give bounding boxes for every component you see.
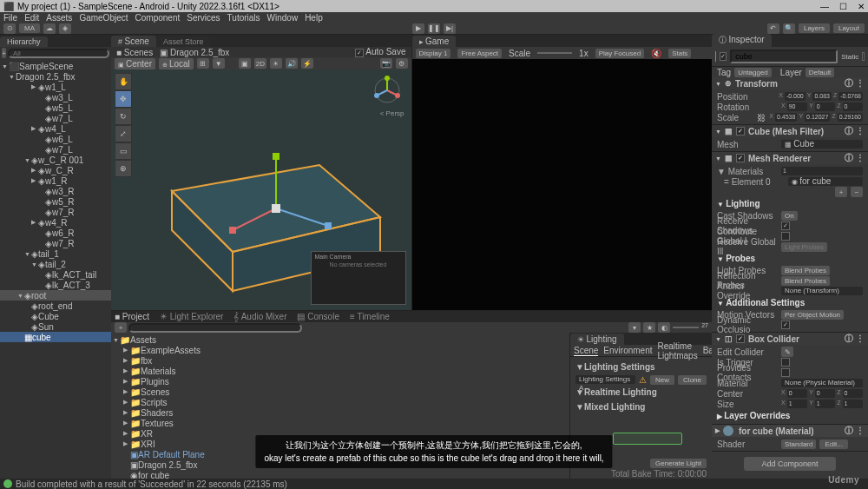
folder-item[interactable]: ▶📁 fbx bbox=[111, 355, 250, 366]
cloud-icon[interactable]: ☁ bbox=[43, 23, 56, 34]
game-play-focused[interactable]: Play Focused bbox=[595, 49, 644, 58]
tree-item[interactable]: ▶◈ w1_L bbox=[0, 82, 111, 92]
tree-item[interactable]: ▼◈ w_C_R 001 bbox=[0, 155, 111, 165]
scene-camera-icon[interactable]: 📷 bbox=[380, 58, 392, 69]
game-stats[interactable]: Stats bbox=[668, 49, 691, 58]
project-favorites-icon[interactable]: ★ bbox=[643, 322, 655, 333]
box-collider-header[interactable]: ▼◫ ✓ Box Colliderⓘ ⋮ bbox=[712, 333, 868, 345]
tab-audio-mixer[interactable]: 𝄞 Audio Mixer bbox=[233, 312, 286, 322]
tree-item[interactable]: ▶◈ w_C_R bbox=[0, 165, 111, 175]
transform-header[interactable]: ▼⊕ Transformⓘ ⋮ bbox=[712, 77, 868, 89]
contribute-gi-checkbox[interactable] bbox=[781, 232, 790, 241]
provides-contacts-checkbox[interactable] bbox=[781, 368, 790, 377]
layer-overrides-header[interactable]: ▶ Layer Overrides bbox=[717, 409, 863, 422]
lighting-section-header[interactable]: ▼ Lighting bbox=[717, 197, 863, 210]
scene-2d-toggle[interactable]: 2D bbox=[254, 58, 266, 69]
static-checkbox[interactable] bbox=[862, 52, 865, 61]
tab-hierarchy[interactable]: Hierarchy bbox=[0, 36, 48, 47]
tree-item[interactable]: ◈ Cube bbox=[0, 311, 111, 321]
project-filter-icon[interactable]: ▾ bbox=[628, 322, 641, 333]
tab-timeline[interactable]: ≡ Timeline bbox=[350, 312, 390, 321]
menu-tutorials[interactable]: Tutorials bbox=[227, 13, 260, 23]
tab-inspector[interactable]: ⓘ Inspector bbox=[712, 34, 772, 47]
scene-draw-mode[interactable]: ▣ bbox=[239, 58, 251, 69]
tree-item[interactable]: ◈ w3_R bbox=[0, 186, 111, 196]
tab-lighting[interactable]: ☀ Lighting bbox=[570, 334, 624, 345]
play-button[interactable]: ▶ bbox=[412, 23, 424, 34]
tab-game[interactable]: ▸ Game bbox=[412, 36, 457, 47]
game-aspect-dropdown[interactable]: Free Aspect bbox=[457, 49, 502, 58]
folder-item[interactable]: ▶📁 Textures bbox=[111, 418, 250, 428]
scale-tool[interactable]: ⤢ bbox=[115, 125, 132, 142]
menu-edit[interactable]: Edit bbox=[24, 13, 39, 23]
breadcrumb-item[interactable]: ▣ Dragon 2.5_fbx bbox=[160, 48, 229, 57]
lighting-settings-header[interactable]: ▼ Lighting Settings bbox=[575, 360, 707, 374]
project-search[interactable] bbox=[128, 323, 302, 333]
project-hidden-icon[interactable]: ◐ bbox=[658, 322, 670, 333]
folder-item[interactable]: ▶📁 XR bbox=[111, 428, 250, 439]
scale-x[interactable]: 0.4538 bbox=[775, 113, 797, 122]
tree-item[interactable]: ◈ w7_L bbox=[0, 144, 111, 155]
asset-item[interactable]: ▣ AR Default Plane bbox=[111, 449, 250, 459]
receive-shadows-checkbox[interactable]: ✓ bbox=[781, 221, 790, 230]
lighting-new-button[interactable]: New bbox=[650, 375, 674, 385]
add-component-button[interactable]: Add Component bbox=[744, 457, 835, 471]
layout-dropdown[interactable]: Layout bbox=[833, 23, 865, 33]
scale-link-icon[interactable]: ⛓ bbox=[757, 113, 766, 122]
tag-dropdown[interactable]: Untagged bbox=[734, 68, 772, 77]
shader-dropdown[interactable]: Standard bbox=[781, 439, 816, 449]
center-x[interactable]: 0 bbox=[787, 389, 807, 398]
scene-viewport[interactable]: ✋ ✥ ↻ ⤢ ▭ ⊕ < Persp bbox=[111, 69, 411, 310]
account-dropdown[interactable]: MA bbox=[19, 23, 40, 33]
pos-z[interactable]: -0.0768 bbox=[838, 92, 863, 101]
transform-tool[interactable]: ⊕ bbox=[115, 160, 132, 177]
menu-component[interactable]: Component bbox=[135, 13, 181, 23]
tree-item[interactable]: ◈ w6_L bbox=[0, 134, 111, 144]
project-slider[interactable] bbox=[673, 327, 699, 328]
mute-icon[interactable]: 🔇 bbox=[651, 49, 661, 58]
rot-x[interactable]: 90 bbox=[787, 102, 807, 111]
materials-remove-button[interactable]: − bbox=[851, 187, 863, 197]
materials-add-button[interactable]: + bbox=[835, 187, 847, 197]
tab-scene[interactable]: # Scene bbox=[111, 36, 156, 47]
anchor-override-field[interactable]: None (Transform) bbox=[781, 287, 863, 295]
gameobject-active-checkbox[interactable]: ✓ bbox=[720, 52, 727, 61]
scale-z[interactable]: 0.29160 bbox=[838, 113, 863, 122]
shader-edit-button[interactable]: Edit... bbox=[819, 439, 847, 449]
generate-lighting-button[interactable]: Generate Light bbox=[650, 459, 707, 468]
pos-x[interactable]: -0.000 bbox=[785, 92, 806, 101]
tree-item[interactable]: ▶◈ w1_R bbox=[0, 175, 111, 186]
move-tool[interactable]: ✥ bbox=[115, 90, 132, 108]
center-y[interactable]: 0 bbox=[815, 389, 835, 398]
light-probes-dropdown[interactable]: Blend Probes bbox=[781, 266, 830, 275]
size-z[interactable]: 1 bbox=[843, 400, 863, 408]
probes-section-header[interactable]: ▼ Probes bbox=[717, 252, 863, 265]
tree-item[interactable]: ◈ w5_R bbox=[0, 196, 111, 207]
folder-item[interactable]: ▶📁 Shaders bbox=[111, 407, 250, 418]
size-x[interactable]: 1 bbox=[787, 400, 807, 408]
tree-item[interactable]: ◈ w7_R bbox=[0, 238, 111, 248]
scene-local-global[interactable]: ⊕ Local bbox=[159, 58, 194, 69]
lighting-clone-button[interactable]: Clone bbox=[678, 375, 707, 385]
scale-y[interactable]: 0.12027 bbox=[805, 113, 830, 122]
gameobject-name-field[interactable] bbox=[730, 50, 838, 63]
scene-lighting-icon[interactable]: ☀ bbox=[270, 58, 282, 69]
game-scale-slider[interactable] bbox=[537, 52, 572, 54]
step-button[interactable]: ▶| bbox=[444, 23, 456, 34]
orientation-gizmo[interactable] bbox=[370, 73, 404, 108]
tree-item[interactable]: ◈ w7_R bbox=[0, 207, 111, 217]
edit-collider-button[interactable]: ✎ bbox=[781, 347, 793, 357]
physic-material-field[interactable]: None (Physic Material) bbox=[781, 379, 863, 387]
assets-root[interactable]: ▼📁 Assets bbox=[111, 334, 250, 345]
pos-y[interactable]: 0.083 bbox=[812, 92, 832, 101]
minimize-button[interactable]: — bbox=[820, 2, 829, 11]
tree-item[interactable]: ▼◈ root bbox=[0, 290, 111, 301]
folder-item[interactable]: ▶📁 ExampleAssets bbox=[111, 345, 250, 355]
rot-z[interactable]: 0 bbox=[843, 102, 863, 111]
mesh-renderer-header[interactable]: ▼▦ ✓ Mesh Rendererⓘ ⋮ bbox=[712, 152, 868, 164]
tree-item[interactable]: ◈ root_end bbox=[0, 301, 111, 311]
tree-item[interactable]: ◈ Sun bbox=[0, 321, 111, 332]
tree-item[interactable]: ▼◈ tail_1 bbox=[0, 248, 111, 259]
tree-item[interactable]: ◈ lk_ACT_tail bbox=[0, 269, 111, 280]
layer-dropdown[interactable]: Default bbox=[806, 68, 834, 77]
